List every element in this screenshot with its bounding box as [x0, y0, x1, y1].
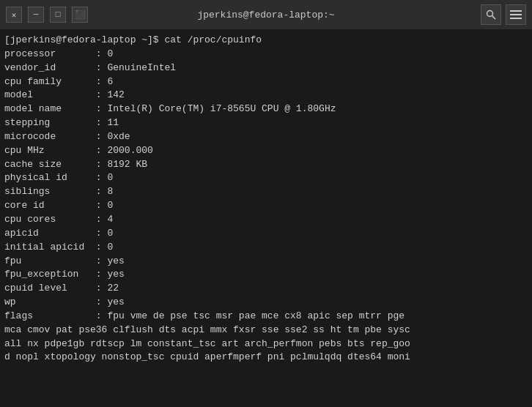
- terminal-line: initial apicid : 0: [4, 241, 528, 255]
- terminal-line: apicid : 0: [4, 227, 528, 241]
- menu-icon: [510, 9, 522, 20]
- terminal-line: microcode : 0xde: [4, 130, 528, 144]
- terminal-line: wp : yes: [4, 296, 528, 310]
- search-icon: [485, 9, 497, 20]
- flags-line: flags : fpu vme de pse tsc msr pae mce c…: [4, 310, 528, 324]
- terminal-line: d nopl xtopology nonstop_tsc cpuid aperf…: [4, 351, 528, 365]
- prompt-line: [jperkins@fedora-laptop ~]$ cat /proc/cp…: [4, 34, 528, 48]
- terminal-icon-button[interactable]: ⬛: [72, 7, 88, 23]
- terminal-line: fpu : yes: [4, 255, 528, 269]
- terminal-line: stepping : 11: [4, 116, 528, 130]
- terminal-line: model : 142: [4, 89, 528, 102]
- terminal-line: cpuid level : 22: [4, 282, 528, 296]
- terminal-window: ✕ ─ □ ⬛ jperkins@fedora-laptop:~: [0, 0, 532, 407]
- svg-rect-2: [510, 10, 522, 12]
- minimize-button[interactable]: ─: [28, 7, 44, 23]
- close-button[interactable]: ✕: [6, 7, 22, 23]
- window-title: jperkins@fedora-laptop:~: [197, 10, 334, 20]
- terminal-line: fpu_exception : yes: [4, 268, 528, 282]
- maximize-button[interactable]: □: [50, 7, 66, 23]
- terminal-line: core id : 0: [4, 199, 528, 213]
- svg-rect-3: [510, 14, 522, 15]
- svg-point-0: [487, 11, 493, 17]
- terminal-line: physical id : 0: [4, 171, 528, 185]
- terminal-line: cache size : 8192 KB: [4, 158, 528, 172]
- terminal-line: cpu family : 6: [4, 75, 528, 89]
- svg-line-1: [492, 16, 496, 20]
- terminal-line: siblings : 8: [4, 185, 528, 199]
- title-bar-right: [481, 4, 526, 25]
- terminal-line: mca cmov pat pse36 clflush dts acpi mmx …: [4, 324, 528, 337]
- title-bar: ✕ ─ □ ⬛ jperkins@fedora-laptop:~: [0, 0, 532, 29]
- search-button[interactable]: [481, 4, 501, 25]
- terminal-line: vendor_id : GenuineIntel: [4, 61, 528, 75]
- menu-button[interactable]: [506, 4, 526, 25]
- terminal-line: model name : Intel(R) Core(TM) i7-8565U …: [4, 102, 528, 116]
- terminal-body[interactable]: [jperkins@fedora-laptop ~]$ cat /proc/cp…: [0, 29, 532, 407]
- svg-rect-4: [510, 18, 522, 19]
- terminal-line: cpu cores : 4: [4, 213, 528, 227]
- terminal-line: processor : 0: [4, 48, 528, 61]
- terminal-line: cpu MHz : 2000.000: [4, 144, 528, 158]
- terminal-line: all nx pdpe1gb rdtscp lm constant_tsc ar…: [4, 337, 528, 351]
- title-bar-left: ✕ ─ □ ⬛: [6, 7, 88, 23]
